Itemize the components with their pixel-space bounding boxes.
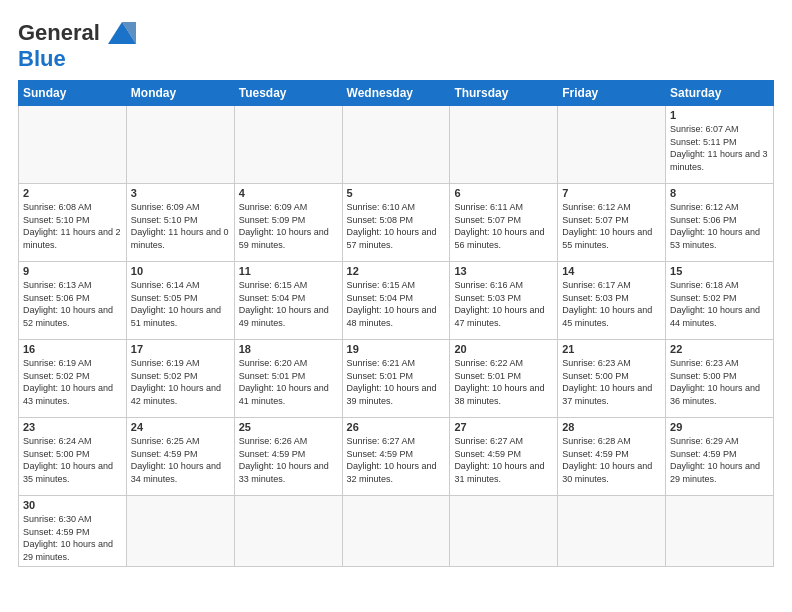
day-info: Sunrise: 6:27 AM Sunset: 4:59 PM Dayligh… — [454, 435, 553, 485]
calendar-cell: 12Sunrise: 6:15 AM Sunset: 5:04 PM Dayli… — [342, 262, 450, 340]
calendar-cell: 17Sunrise: 6:19 AM Sunset: 5:02 PM Dayli… — [126, 340, 234, 418]
day-info: Sunrise: 6:19 AM Sunset: 5:02 PM Dayligh… — [131, 357, 230, 407]
logo-icon — [104, 18, 140, 48]
day-info: Sunrise: 6:22 AM Sunset: 5:01 PM Dayligh… — [454, 357, 553, 407]
day-number: 18 — [239, 343, 338, 355]
header: General Blue — [18, 18, 774, 70]
calendar: Sunday Monday Tuesday Wednesday Thursday… — [18, 80, 774, 567]
logo: General Blue — [18, 18, 140, 70]
calendar-cell: 2Sunrise: 6:08 AM Sunset: 5:10 PM Daylig… — [19, 184, 127, 262]
day-number: 3 — [131, 187, 230, 199]
day-info: Sunrise: 6:11 AM Sunset: 5:07 PM Dayligh… — [454, 201, 553, 251]
day-info: Sunrise: 6:26 AM Sunset: 4:59 PM Dayligh… — [239, 435, 338, 485]
day-number: 15 — [670, 265, 769, 277]
day-number: 5 — [347, 187, 446, 199]
day-info: Sunrise: 6:12 AM Sunset: 5:06 PM Dayligh… — [670, 201, 769, 251]
calendar-cell — [450, 496, 558, 567]
day-number: 26 — [347, 421, 446, 433]
logo-text: General — [18, 22, 100, 44]
calendar-cell: 8Sunrise: 6:12 AM Sunset: 5:06 PM Daylig… — [666, 184, 774, 262]
day-number: 11 — [239, 265, 338, 277]
day-number: 29 — [670, 421, 769, 433]
header-tuesday: Tuesday — [234, 81, 342, 106]
day-number: 4 — [239, 187, 338, 199]
day-info: Sunrise: 6:07 AM Sunset: 5:11 PM Dayligh… — [670, 123, 769, 173]
day-number: 20 — [454, 343, 553, 355]
calendar-cell: 23Sunrise: 6:24 AM Sunset: 5:00 PM Dayli… — [19, 418, 127, 496]
day-number: 1 — [670, 109, 769, 121]
calendar-cell — [19, 106, 127, 184]
day-number: 13 — [454, 265, 553, 277]
day-number: 7 — [562, 187, 661, 199]
day-number: 8 — [670, 187, 769, 199]
calendar-cell — [126, 496, 234, 567]
day-number: 2 — [23, 187, 122, 199]
calendar-cell: 30Sunrise: 6:30 AM Sunset: 4:59 PM Dayli… — [19, 496, 127, 567]
calendar-cell — [234, 496, 342, 567]
day-number: 14 — [562, 265, 661, 277]
day-number: 12 — [347, 265, 446, 277]
calendar-cell — [126, 106, 234, 184]
logo-blue-text: Blue — [18, 46, 66, 71]
day-info: Sunrise: 6:15 AM Sunset: 5:04 PM Dayligh… — [347, 279, 446, 329]
header-thursday: Thursday — [450, 81, 558, 106]
calendar-cell: 7Sunrise: 6:12 AM Sunset: 5:07 PM Daylig… — [558, 184, 666, 262]
day-info: Sunrise: 6:14 AM Sunset: 5:05 PM Dayligh… — [131, 279, 230, 329]
day-number: 16 — [23, 343, 122, 355]
day-info: Sunrise: 6:15 AM Sunset: 5:04 PM Dayligh… — [239, 279, 338, 329]
calendar-cell — [666, 496, 774, 567]
day-info: Sunrise: 6:09 AM Sunset: 5:09 PM Dayligh… — [239, 201, 338, 251]
calendar-cell: 29Sunrise: 6:29 AM Sunset: 4:59 PM Dayli… — [666, 418, 774, 496]
header-sunday: Sunday — [19, 81, 127, 106]
calendar-cell: 21Sunrise: 6:23 AM Sunset: 5:00 PM Dayli… — [558, 340, 666, 418]
day-number: 21 — [562, 343, 661, 355]
day-info: Sunrise: 6:17 AM Sunset: 5:03 PM Dayligh… — [562, 279, 661, 329]
day-number: 17 — [131, 343, 230, 355]
calendar-cell: 9Sunrise: 6:13 AM Sunset: 5:06 PM Daylig… — [19, 262, 127, 340]
calendar-cell: 25Sunrise: 6:26 AM Sunset: 4:59 PM Dayli… — [234, 418, 342, 496]
day-info: Sunrise: 6:23 AM Sunset: 5:00 PM Dayligh… — [670, 357, 769, 407]
header-wednesday: Wednesday — [342, 81, 450, 106]
day-number: 22 — [670, 343, 769, 355]
calendar-cell: 26Sunrise: 6:27 AM Sunset: 4:59 PM Dayli… — [342, 418, 450, 496]
calendar-cell — [342, 106, 450, 184]
calendar-cell — [558, 106, 666, 184]
day-info: Sunrise: 6:19 AM Sunset: 5:02 PM Dayligh… — [23, 357, 122, 407]
calendar-cell: 1Sunrise: 6:07 AM Sunset: 5:11 PM Daylig… — [666, 106, 774, 184]
calendar-cell: 13Sunrise: 6:16 AM Sunset: 5:03 PM Dayli… — [450, 262, 558, 340]
calendar-cell: 5Sunrise: 6:10 AM Sunset: 5:08 PM Daylig… — [342, 184, 450, 262]
day-info: Sunrise: 6:24 AM Sunset: 5:00 PM Dayligh… — [23, 435, 122, 485]
calendar-cell — [450, 106, 558, 184]
calendar-cell: 27Sunrise: 6:27 AM Sunset: 4:59 PM Dayli… — [450, 418, 558, 496]
day-info: Sunrise: 6:23 AM Sunset: 5:00 PM Dayligh… — [562, 357, 661, 407]
header-monday: Monday — [126, 81, 234, 106]
calendar-cell: 24Sunrise: 6:25 AM Sunset: 4:59 PM Dayli… — [126, 418, 234, 496]
calendar-cell — [234, 106, 342, 184]
day-info: Sunrise: 6:21 AM Sunset: 5:01 PM Dayligh… — [347, 357, 446, 407]
day-number: 9 — [23, 265, 122, 277]
calendar-cell: 15Sunrise: 6:18 AM Sunset: 5:02 PM Dayli… — [666, 262, 774, 340]
calendar-cell: 20Sunrise: 6:22 AM Sunset: 5:01 PM Dayli… — [450, 340, 558, 418]
day-info: Sunrise: 6:09 AM Sunset: 5:10 PM Dayligh… — [131, 201, 230, 251]
day-info: Sunrise: 6:27 AM Sunset: 4:59 PM Dayligh… — [347, 435, 446, 485]
header-friday: Friday — [558, 81, 666, 106]
header-saturday: Saturday — [666, 81, 774, 106]
day-number: 6 — [454, 187, 553, 199]
calendar-cell: 6Sunrise: 6:11 AM Sunset: 5:07 PM Daylig… — [450, 184, 558, 262]
day-info: Sunrise: 6:10 AM Sunset: 5:08 PM Dayligh… — [347, 201, 446, 251]
day-info: Sunrise: 6:28 AM Sunset: 4:59 PM Dayligh… — [562, 435, 661, 485]
calendar-cell: 28Sunrise: 6:28 AM Sunset: 4:59 PM Dayli… — [558, 418, 666, 496]
calendar-cell — [558, 496, 666, 567]
day-number: 25 — [239, 421, 338, 433]
calendar-cell: 16Sunrise: 6:19 AM Sunset: 5:02 PM Dayli… — [19, 340, 127, 418]
day-info: Sunrise: 6:12 AM Sunset: 5:07 PM Dayligh… — [562, 201, 661, 251]
day-number: 28 — [562, 421, 661, 433]
day-number: 27 — [454, 421, 553, 433]
day-number: 23 — [23, 421, 122, 433]
day-info: Sunrise: 6:30 AM Sunset: 4:59 PM Dayligh… — [23, 513, 122, 563]
day-number: 19 — [347, 343, 446, 355]
day-number: 30 — [23, 499, 122, 511]
calendar-cell: 10Sunrise: 6:14 AM Sunset: 5:05 PM Dayli… — [126, 262, 234, 340]
day-number: 10 — [131, 265, 230, 277]
day-info: Sunrise: 6:18 AM Sunset: 5:02 PM Dayligh… — [670, 279, 769, 329]
